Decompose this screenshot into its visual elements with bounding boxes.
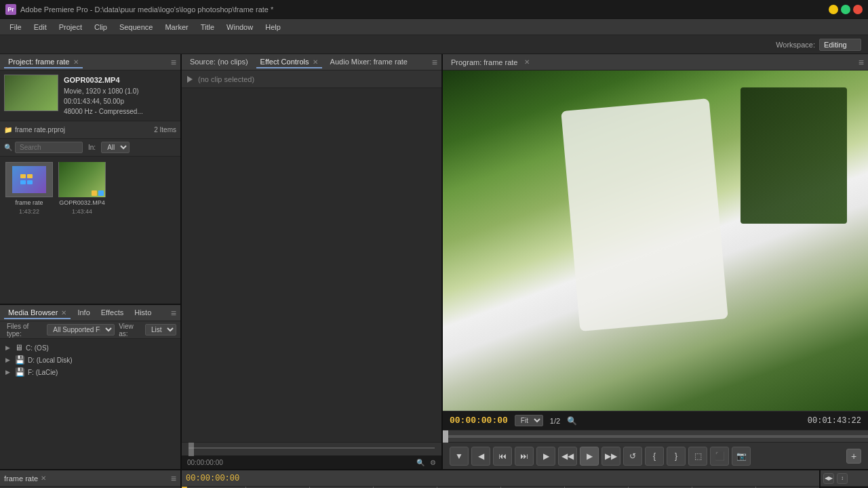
video-frame	[443, 70, 868, 411]
media-panel-header: Media Browser ✕ Info Effects Histo ≡	[0, 305, 180, 321]
mark-in-button[interactable]: {	[645, 447, 664, 466]
middle-panel-menu[interactable]: ≡	[432, 57, 437, 68]
add-panel-button[interactable]: +	[846, 449, 861, 464]
fit-select[interactable]: Fit	[515, 415, 543, 426]
menu-title[interactable]: Title	[195, 22, 220, 33]
menu-project[interactable]: Project	[54, 22, 87, 33]
audio-mixer-tab[interactable]: Audio Mixer: frame rate	[326, 56, 412, 68]
drive-label-d: D: (Local Disk)	[28, 357, 73, 364]
sequence-tab: frame rate	[4, 474, 38, 483]
sequence-close-button[interactable]: ✕	[41, 474, 46, 482]
menu-marker[interactable]: Marker	[159, 22, 193, 33]
menu-help[interactable]: Help	[260, 22, 286, 33]
effect-controls-close[interactable]: ✕	[313, 58, 318, 66]
loop-button[interactable]: ↺	[623, 447, 642, 466]
workspace-select[interactable]: Editing	[819, 39, 861, 51]
play-forward-button[interactable]: ▶▶	[601, 447, 620, 466]
effect-controls-tab[interactable]: Effect Controls ✕	[256, 56, 322, 68]
menu-sequence[interactable]: Sequence	[114, 22, 159, 33]
media-browser-content: ▶ 🖥 C: (OS) ▶ 💾 D: (Local Disk) ▶ 💾 F: (…	[0, 339, 180, 469]
tree-arrow-f: ▶	[5, 369, 12, 375]
project-tab[interactable]: Project: frame rate ✕	[4, 56, 83, 68]
svg-rect-0	[20, 174, 26, 178]
minimize-button[interactable]	[829, 5, 838, 14]
tree-item-d[interactable]: ▶ 💾 D: (Local Disk)	[3, 354, 178, 366]
filter-in-label: In:	[85, 144, 98, 151]
program-scrubber[interactable]	[443, 430, 868, 442]
audio-badge	[98, 190, 104, 196]
workspace-bar: Workspace: Editing	[0, 35, 868, 54]
export-frame-button[interactable]: 📷	[732, 447, 751, 466]
program-timecode-display[interactable]: 00:00:00:00	[450, 415, 508, 426]
effects-tab[interactable]: Effects	[97, 307, 127, 319]
workspace-label: Workspace:	[776, 41, 815, 49]
media-panel-menu[interactable]: ≡	[171, 308, 176, 319]
project-panel-menu[interactable]: ≡	[171, 57, 176, 68]
project-item-thumb	[5, 162, 53, 197]
play-reverse-button[interactable]: ◀◀	[558, 447, 577, 466]
audio-meter-btn-1[interactable]: ◀▶	[823, 473, 834, 484]
media-browser-tab[interactable]: Media Browser ✕	[4, 307, 71, 319]
info-tab[interactable]: Info	[73, 307, 94, 319]
drive-icon-f: 💾	[15, 367, 25, 377]
menu-window[interactable]: Window	[221, 22, 258, 33]
search-input[interactable]	[15, 142, 83, 153]
clip-thumbnail	[4, 75, 58, 111]
media-browser-tab-close[interactable]: ✕	[61, 309, 66, 317]
add-marker-button[interactable]: ▼	[450, 447, 469, 466]
list-item[interactable]: frame rate 1:43:22	[5, 162, 53, 215]
view-as-select[interactable]: List	[145, 324, 176, 336]
zoom-icon[interactable]: 🔍	[567, 416, 577, 426]
no-clip-label: (no clip selected)	[198, 75, 254, 83]
project-tab-close[interactable]: ✕	[73, 58, 79, 66]
maximize-button[interactable]	[841, 5, 850, 14]
timeline-right: ◀▶ ↕ 0 -36 S M	[819, 470, 868, 488]
drive-label-c: C: (OS)	[26, 344, 49, 352]
program-panel-menu[interactable]: ≡	[859, 57, 864, 68]
files-type-select[interactable]: All Supported Fil	[47, 324, 115, 336]
clip-audio: 48000 Hz - Compressed...	[64, 106, 176, 117]
svg-rect-1	[27, 174, 33, 178]
menu-clip[interactable]: Clip	[89, 22, 113, 33]
play-button[interactable]: ▶	[580, 447, 599, 466]
step-back-button[interactable]: ◀	[471, 447, 490, 466]
tree-arrow-c: ▶	[5, 344, 12, 351]
app-icon: Pr	[5, 4, 16, 15]
project-panel: Project: frame rate ✕ ≡ GOPR0032.MP4 Mov…	[0, 54, 180, 305]
project-toolbar: 📁 frame rate.prproj 2 Items	[0, 121, 180, 139]
project-panel-header: Project: frame rate ✕ ≡	[0, 54, 180, 70]
close-button[interactable]	[853, 5, 863, 14]
project-content: GOPR0032.MP4 Movie, 1920 x 1080 (1.0) 00…	[0, 70, 180, 304]
program-close-button[interactable]: ✕	[524, 58, 530, 66]
scrubber-position[interactable]	[443, 430, 448, 443]
source-tab[interactable]: Source: (no clips)	[186, 56, 252, 68]
menu-edit[interactable]: Edit	[28, 22, 52, 33]
program-panel-header: Program: frame rate ✕ ≡	[443, 54, 868, 70]
goto-in-button[interactable]: ⏮	[493, 447, 512, 466]
clip-details: GOPR0032.MP4 Movie, 1920 x 1080 (1.0) 00…	[64, 75, 176, 117]
svg-rect-2	[20, 180, 26, 184]
duration-display: 00:01:43:22	[808, 416, 861, 426]
list-item[interactable]: GOPR0032.MP4 1:43:44	[58, 162, 106, 215]
project-name: frame rate.prproj	[15, 126, 65, 134]
drive-label-f: F: (LaCie)	[28, 369, 58, 376]
overwrite-button[interactable]: ⬛	[710, 447, 729, 466]
goto-out-button[interactable]: ⏭	[515, 447, 534, 466]
tree-item-f[interactable]: ▶ 💾 F: (LaCie)	[3, 366, 178, 378]
timeline-main: 00:00:00:00 00:00 00:00:15:00 00:00:30:0…	[182, 470, 819, 488]
project-item-thumb	[58, 162, 106, 197]
step-forward-button[interactable]: ▶	[536, 447, 555, 466]
video-badge	[92, 190, 97, 196]
menu-file[interactable]: File	[4, 22, 27, 33]
filter-select[interactable]: All	[101, 142, 130, 153]
tree-item-c[interactable]: ▶ 🖥 C: (OS)	[3, 342, 178, 354]
mark-out-button[interactable]: }	[667, 447, 686, 466]
source-timecode-display: 00:00:00:00	[187, 459, 223, 466]
timeline-menu-button[interactable]: ≡	[171, 473, 176, 484]
sequence-icon	[19, 171, 39, 188]
audio-meter-btn-2[interactable]: ↕	[837, 473, 848, 484]
arrow-button[interactable]	[187, 76, 194, 83]
history-tab[interactable]: Histo	[130, 307, 155, 319]
video-white-area	[561, 98, 728, 331]
insert-button[interactable]: ⬚	[688, 447, 707, 466]
